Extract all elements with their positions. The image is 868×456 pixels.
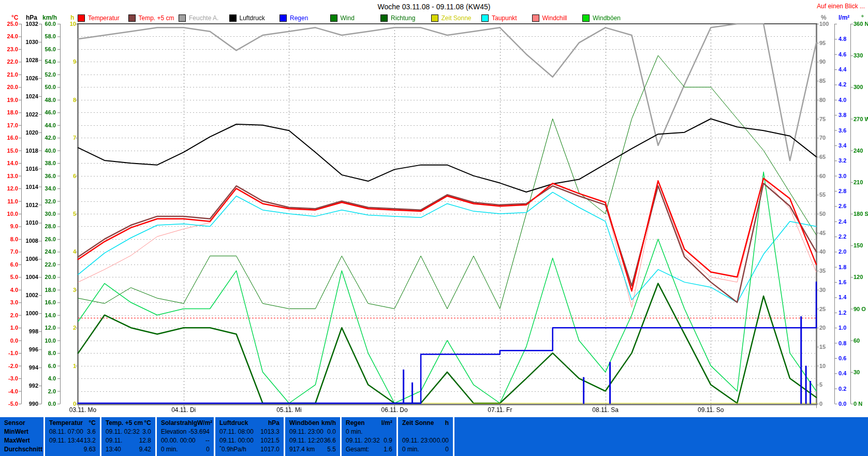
pressure-tick-label: 1000 [26, 310, 38, 316]
windspeed-tick-label: 14.0 [45, 312, 56, 318]
direction-tick-label: 210 [854, 179, 863, 185]
humidity-tick-label: 20 [819, 325, 826, 331]
pressure-axis-header: hPa [26, 14, 37, 21]
direction-tick-label: 30 [854, 369, 860, 375]
direction-tick-label: 0 N [854, 401, 862, 407]
temperature-tick-label: 9.0 [10, 223, 18, 229]
column-header-label: Temperatur [49, 418, 83, 428]
windspeed-tick-label: 42.0 [45, 135, 56, 141]
column-header-label: Luftdruck [219, 418, 248, 428]
rainamount-tick-label: 3.8 [838, 112, 846, 118]
cell-time: 917.4 km [289, 445, 315, 454]
temperature-tick-label: 23.0 [7, 46, 18, 52]
rainamount-tick-label: 3.2 [838, 157, 846, 164]
table-value-row: 00.00. 00:00-- [161, 436, 210, 445]
direction-axis-header: ° [861, 14, 864, 21]
temperature-tick-label: 0.0 [10, 337, 18, 344]
legend-item-wind[interactable]: Wind [330, 14, 355, 22]
direction-tick-label: 60 [854, 337, 860, 344]
windspeed-tick-label: 34.0 [45, 185, 56, 192]
rainamount-tick-label: 2.6 [838, 203, 846, 209]
legend-item-richtung[interactable]: Richtung [380, 14, 415, 22]
legend-label: Windböen [593, 14, 621, 22]
table-row-header: Sensor [4, 418, 39, 428]
table-column-windb-en: Windböenkm/h09.11. 23:000.009.11. 12:203… [285, 417, 340, 456]
cell-time: 09.11. 20:32 [346, 436, 380, 445]
pressure-tick-label: 1030 [26, 39, 38, 45]
rainamount-tick-label: 1.8 [838, 264, 846, 270]
table-column-temperatur: Temperatur°C08.11. 07:003.609.11. 13:441… [45, 417, 100, 456]
table-row-header: MaxWert [4, 436, 39, 445]
day-label: 09.11. So [698, 406, 724, 414]
day-label: 08.11. Sa [592, 406, 618, 414]
column-header-row: LuftdruckhPa [219, 418, 279, 428]
windspeed-tick-label: 30.0 [45, 211, 56, 217]
day-label: 06.11. Do [381, 406, 408, 414]
pressure-tick-label: 990 [29, 401, 38, 407]
sunhours-tick-label: 5 [73, 211, 76, 217]
windspeed-tick-label: 10.0 [45, 337, 56, 344]
legend-label: Zeit Sonne [442, 14, 472, 22]
table-value-row: 09.11. 00:001021.5 [219, 436, 279, 445]
rainamount-tick-label: 4.0 [838, 97, 846, 103]
humidity-tick-label: 10 [819, 363, 826, 369]
legend-item-feuchte-a-[interactable]: Feuchte A. [179, 14, 218, 22]
temperature-tick-label: 4.0 [10, 287, 18, 293]
legend-item-temp-5-cm[interactable]: Temp. +5 cm [128, 14, 174, 22]
column-header-row: Regenl/m² [346, 418, 392, 428]
direction-tick-label: 180 S [854, 211, 868, 217]
windspeed-tick-label: 12.0 [45, 325, 56, 331]
legend-item-luftdruck[interactable]: Luftdruck [229, 14, 265, 22]
rainamount-tick-label: 2.0 [838, 248, 846, 255]
rainamount-tick-label: 3.4 [838, 142, 846, 149]
cell-value: 3.0 [142, 428, 151, 436]
cell-value: 5.5 [327, 445, 336, 454]
pressure-tick-label: 1028 [26, 57, 38, 63]
day-label: 03.11. Mo [69, 406, 96, 414]
table-value-row: Elevation-53.694 [161, 428, 210, 436]
humidity-tick-label: 50 [819, 211, 826, 217]
temperature-tick-label: -2.0 [8, 363, 18, 369]
windspeed-axis-header: km/h [42, 14, 57, 21]
legend-item-windchill[interactable]: Windchill [532, 14, 567, 22]
table-column-solarstrahlg: SolarstrahlgW/m²Elevation-53.69400.00. 0… [157, 417, 214, 456]
cell-value: 1021.5 [260, 436, 279, 445]
humidity-tick-label: 75 [819, 116, 826, 122]
temperature-tick-label: 16.0 [7, 135, 18, 141]
legend-item-temperatur[interactable]: Temperatur [78, 14, 120, 22]
rainamount-tick-label: 4.4 [838, 66, 846, 72]
pressure-tick-label: 996 [29, 346, 38, 352]
table-filler-cell [454, 417, 868, 456]
pressure-tick-label: 998 [29, 328, 38, 334]
humidity-tick-label: 0 [819, 401, 822, 407]
table-row-header: Durchschnitt [4, 445, 39, 454]
pressure-tick-label: 1016 [26, 166, 38, 172]
cell-time: 0 min. [161, 445, 178, 454]
pressure-tick-label: 1032 [26, 21, 38, 27]
windspeed-tick-label: 46.0 [45, 109, 56, 115]
column-header-label: Regen [346, 418, 365, 428]
cell-time: Elevation [161, 428, 186, 436]
legend-swatch-icon [582, 14, 590, 22]
rainamount-tick-label: 3.0 [838, 173, 846, 179]
humidity-tick-label: 5 [819, 381, 822, 388]
pressure-tick-label: 994 [29, 364, 38, 371]
table-value-row: 09.11. 23:000.0 [289, 428, 336, 436]
table-value-row: 09.11. 23:000.00 [402, 436, 449, 445]
legend-item-regen[interactable]: Regen [279, 14, 308, 22]
direction-tick-label: 90 O [854, 306, 866, 312]
temperature-tick-label: -3.0 [8, 375, 18, 381]
column-header-row: Windböenkm/h [289, 418, 336, 428]
humidity-axis-header: % [821, 14, 827, 21]
legend-swatch-icon [431, 14, 438, 22]
legend-item-windb-en[interactable]: Windböen [582, 14, 621, 22]
temperature-tick-label: 21.0 [7, 71, 18, 78]
legend-item-taupunkt[interactable]: Taupunkt [481, 14, 517, 22]
legend-swatch-icon [380, 14, 388, 22]
legend-item-zeit-sonne[interactable]: Zeit Sonne [431, 14, 472, 22]
column-header-unit: °C [144, 418, 151, 428]
cell-value: 0.0 [327, 428, 336, 436]
cell-value: 0.9 [384, 436, 392, 445]
humidity-tick-label: 25 [819, 306, 826, 312]
direction-tick-label: 300 [854, 84, 863, 90]
